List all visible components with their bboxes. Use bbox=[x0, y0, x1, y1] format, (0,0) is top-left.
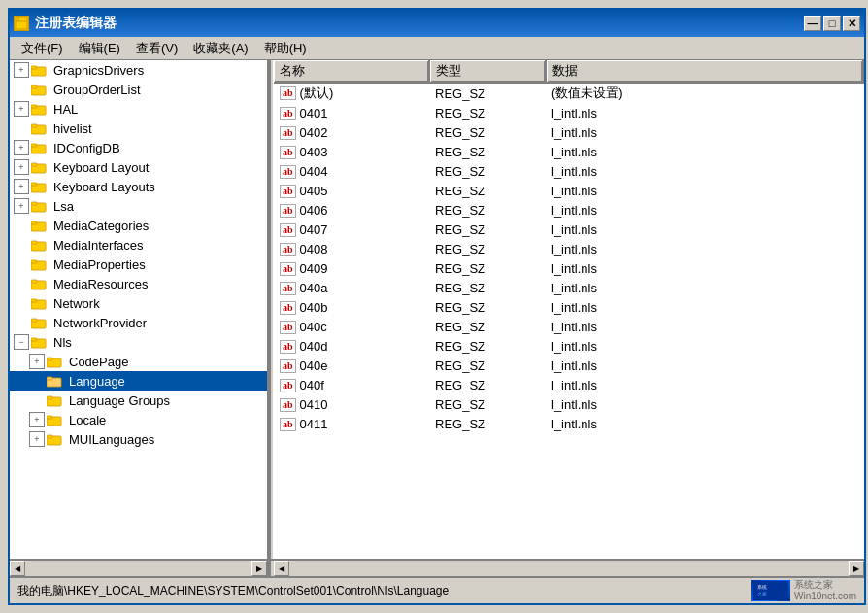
expand-icon[interactable]: + bbox=[14, 179, 29, 194]
minimize-button[interactable]: — bbox=[804, 16, 821, 31]
tree-item-keyboard_layouts[interactable]: + Keyboard Layouts bbox=[10, 177, 267, 196]
folder-icon bbox=[31, 63, 47, 77]
svg-rect-38 bbox=[47, 396, 52, 399]
expand-icon[interactable]: + bbox=[14, 62, 29, 78]
expand-icon[interactable]: + bbox=[29, 412, 45, 427]
expand-icon[interactable]: + bbox=[29, 354, 45, 369]
expand-icon[interactable]: + bbox=[14, 198, 29, 214]
menu-help[interactable]: 帮助(H) bbox=[256, 38, 315, 59]
maximize-button[interactable]: □ bbox=[823, 16, 841, 31]
tree-item-label: GroupOrderList bbox=[53, 83, 141, 97]
table-row[interactable]: ab 040fREG_SZl_intl.nls bbox=[274, 375, 863, 394]
table-row[interactable]: ab 040dREG_SZl_intl.nls bbox=[274, 336, 863, 356]
table-row[interactable]: ab 0402REG_SZl_intl.nls bbox=[274, 122, 863, 142]
tree-item-label: MediaResources bbox=[53, 277, 149, 291]
window-controls: — □ ✕ bbox=[804, 16, 860, 31]
tree-item-label: Language Groups bbox=[69, 393, 170, 408]
hscroll-track-right[interactable] bbox=[289, 562, 849, 574]
reg-value-name: 040c bbox=[300, 320, 327, 334]
expand-icon[interactable]: − bbox=[14, 334, 29, 350]
folder-icon bbox=[31, 316, 47, 329]
menu-view[interactable]: 查看(V) bbox=[128, 38, 185, 59]
tree-hscroll[interactable]: ◀ ▶ bbox=[10, 561, 270, 576]
table-row[interactable]: ab (默认)REG_SZ(数值未设置) bbox=[274, 83, 863, 103]
reg-name-cell: ab 0405 bbox=[274, 181, 429, 200]
reg-name-cell: ab 0410 bbox=[274, 394, 429, 414]
reg-type-cell: REG_SZ bbox=[429, 375, 546, 394]
table-row[interactable]: ab 0403REG_SZl_intl.nls bbox=[274, 142, 863, 161]
expand-icon[interactable]: + bbox=[29, 431, 45, 447]
tree-item-mediainterfaces[interactable]: + MediaInterfaces bbox=[10, 235, 267, 255]
tree-item-networkprovider[interactable]: + NetworkProvider bbox=[10, 313, 267, 332]
table-row[interactable]: ab 0410REG_SZl_intl.nls bbox=[274, 394, 863, 414]
tree-item-lsa[interactable]: + Lsa bbox=[10, 196, 267, 216]
folder-icon bbox=[31, 199, 47, 213]
table-row[interactable]: ab 040eREG_SZl_intl.nls bbox=[274, 356, 863, 375]
tree-item-mediaresources[interactable]: + MediaResources bbox=[10, 274, 267, 293]
values-hscroll[interactable]: ◀ ▶ bbox=[274, 561, 864, 576]
menu-favorites[interactable]: 收藏夹(A) bbox=[185, 38, 255, 59]
menu-edit[interactable]: 编辑(E) bbox=[71, 38, 128, 59]
folder-icon bbox=[31, 257, 47, 271]
tree-item-language[interactable]: + Language bbox=[10, 371, 267, 391]
tree-item-locale[interactable]: + Locale bbox=[10, 410, 267, 429]
tree-item-language_groups[interactable]: + Language Groups bbox=[10, 391, 267, 410]
tree-item-idconfigdb[interactable]: + IDConfigDB bbox=[10, 138, 267, 157]
ab-icon: ab bbox=[280, 165, 296, 179]
bottom-scrollbar-area: ◀ ▶ ◀ ▶ bbox=[10, 559, 864, 576]
reg-data-cell: l_intl.nls bbox=[546, 278, 863, 297]
reg-type-cell: REG_SZ bbox=[429, 336, 546, 356]
reg-data-cell: l_intl.nls bbox=[546, 258, 863, 278]
hscroll-track-left[interactable] bbox=[25, 562, 251, 574]
tree-item-graphicsdrivers[interactable]: + GraphicsDrivers bbox=[10, 60, 267, 80]
reg-name-cell: ab 0401 bbox=[274, 103, 429, 122]
svg-rect-22 bbox=[31, 241, 37, 244]
svg-rect-16 bbox=[31, 183, 37, 186]
hscroll-left-btn[interactable]: ◀ bbox=[10, 561, 25, 576]
status-path: 我的电脑\HKEY_LOCAL_MACHINE\SYSTEM\ControlSe… bbox=[17, 583, 744, 599]
table-row[interactable]: ab 0409REG_SZl_intl.nls bbox=[274, 258, 863, 278]
table-row[interactable]: ab 040bREG_SZl_intl.nls bbox=[274, 297, 863, 317]
hscroll-right-btn[interactable]: ▶ bbox=[251, 561, 267, 576]
table-row[interactable]: ab 0408REG_SZl_intl.nls bbox=[274, 239, 863, 258]
tree-item-keyboard_layout[interactable]: + Keyboard Layout bbox=[10, 157, 267, 177]
tree-item-hivelist[interactable]: + hivelist bbox=[10, 119, 267, 138]
menu-file[interactable]: 文件(F) bbox=[14, 38, 71, 59]
tree-item-network[interactable]: + Network bbox=[10, 293, 267, 313]
table-row[interactable]: ab 040cREG_SZl_intl.nls bbox=[274, 317, 863, 336]
hscroll-left-btn2[interactable]: ◀ bbox=[274, 561, 289, 576]
tree-item-mediacategories[interactable]: + MediaCategories bbox=[10, 216, 267, 235]
folder-icon bbox=[31, 141, 47, 154]
table-row[interactable]: ab 0404REG_SZl_intl.nls bbox=[274, 161, 863, 181]
right-pane[interactable]: 名称 类型 数据 ab (默认)REG_SZ(数值未设置)ab 0401REG_… bbox=[274, 60, 864, 559]
table-row[interactable]: ab 0407REG_SZl_intl.nls bbox=[274, 220, 863, 239]
table-row[interactable]: ab 0401REG_SZl_intl.nls bbox=[274, 103, 863, 122]
tree-item-hal[interactable]: + HAL bbox=[10, 99, 267, 119]
close-button[interactable]: ✕ bbox=[843, 16, 860, 31]
tree-item-label: CodePage bbox=[69, 355, 128, 369]
tree-item-label: IDConfigDB bbox=[53, 141, 120, 155]
svg-rect-24 bbox=[31, 260, 37, 263]
svg-rect-10 bbox=[31, 124, 37, 127]
hscroll-right-btn2[interactable]: ▶ bbox=[849, 561, 864, 576]
tree-item-label: NetworkProvider bbox=[53, 316, 147, 330]
tree-pane[interactable]: + GraphicsDrivers+ GroupOrderList+ HAL+ … bbox=[10, 60, 270, 559]
expand-icon[interactable]: + bbox=[14, 101, 29, 117]
table-row[interactable]: ab 0405REG_SZl_intl.nls bbox=[274, 181, 863, 200]
reg-name-cell: ab 040d bbox=[274, 336, 429, 356]
table-row[interactable]: ab 0406REG_SZl_intl.nls bbox=[274, 200, 863, 220]
tree-item-nls[interactable]: − Nls bbox=[10, 332, 267, 352]
table-row[interactable]: ab 0411REG_SZl_intl.nls bbox=[274, 414, 863, 433]
tree-item-muilanguages[interactable]: + MUILanguages bbox=[10, 429, 267, 449]
tree-item-grouporderlist[interactable]: + GroupOrderList bbox=[10, 80, 267, 99]
svg-rect-30 bbox=[31, 319, 37, 322]
expand-icon[interactable]: + bbox=[14, 140, 29, 155]
tree-item-codepage[interactable]: + CodePage bbox=[10, 352, 267, 371]
tree-item-label: Nls bbox=[53, 335, 72, 350]
expand-icon[interactable]: + bbox=[14, 159, 29, 175]
tree-item-mediaproperties[interactable]: + MediaProperties bbox=[10, 255, 267, 274]
logo-icon: 系统 之家 bbox=[751, 580, 790, 601]
folder-icon bbox=[31, 102, 47, 116]
app-icon bbox=[14, 16, 29, 31]
table-row[interactable]: ab 040aREG_SZl_intl.nls bbox=[274, 278, 863, 297]
